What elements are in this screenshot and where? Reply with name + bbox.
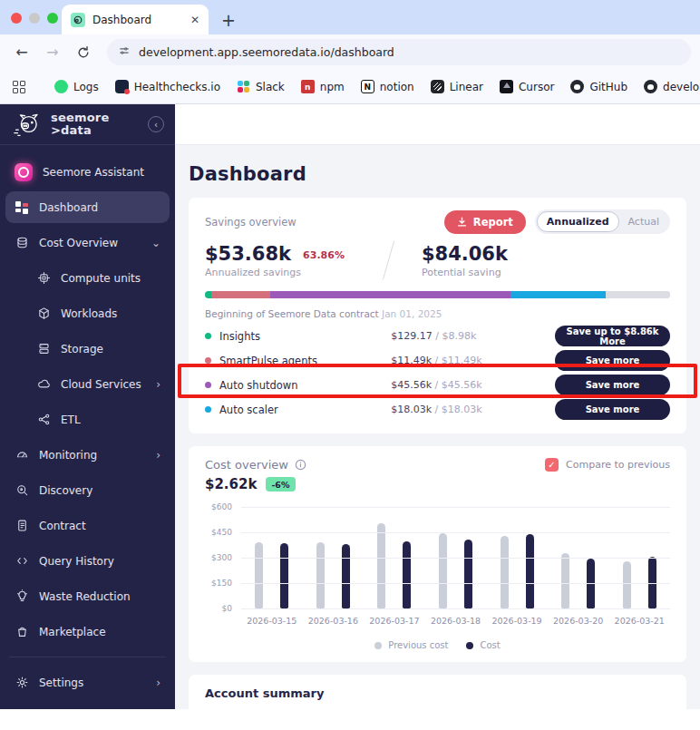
sidebar-item-workloads[interactable]: Workloads <box>5 297 170 329</box>
minimize-window-button[interactable] <box>29 13 40 24</box>
sidebar-item-label: Storage <box>61 343 103 355</box>
dashboard-content: Dashboard Savings overview Report Annual… <box>175 145 700 709</box>
etl-icon <box>36 413 51 426</box>
window-controls <box>11 13 58 24</box>
notion-icon: N <box>361 80 374 93</box>
sidebar-item-label: Monitoring <box>39 449 97 462</box>
sidebar-item-label: Cloud Services <box>61 378 141 391</box>
forward-button[interactable]: → <box>40 40 65 65</box>
sidebar-item-cloud-services[interactable]: Cloud Services› <box>5 368 170 400</box>
bar-cost[interactable] <box>403 541 411 608</box>
chevron-right-icon: › <box>156 676 160 689</box>
compare-checkbox[interactable]: ✓ <box>545 458 559 472</box>
sidebar-collapse-button[interactable]: ‹ <box>148 116 164 132</box>
savings-row-label: SmartPulse agents <box>219 355 317 367</box>
save-more-button[interactable]: Save more <box>555 350 670 371</box>
sidebar-item-marketplace[interactable]: Marketplace <box>5 616 170 647</box>
new-tab-button[interactable]: + <box>221 12 236 29</box>
sidebar-item-waste-reduction[interactable]: Waste Reduction <box>5 580 170 612</box>
bookmarks-bar: LogsHealthchecks.ioSlacknnpmNnotionLinea… <box>0 70 700 104</box>
github-icon <box>570 80 584 93</box>
info-icon[interactable] <box>295 459 306 471</box>
sidebar-item-monitoring[interactable]: Monitoring› <box>5 439 170 471</box>
sidebar-item-label: Workloads <box>61 307 117 320</box>
site-settings-icon[interactable] <box>118 44 131 61</box>
sidebar: seemore >data ‹ Seemore AssistantDashboa… <box>0 104 175 709</box>
bookmark-linear[interactable]: Linear <box>425 77 489 96</box>
compute-icon <box>36 271 51 285</box>
legend-previous-cost[interactable]: Previous cost <box>374 640 448 650</box>
bookmark-developers[interactable]: developers <box>638 77 700 96</box>
annualized-savings-block: $53.68k 63.86% Annualized savings <box>205 243 345 278</box>
x-axis-label: 2026-03-17 <box>364 616 425 626</box>
x-axis-label: 2026-03-15 <box>241 616 303 626</box>
savings-row-amount: $18.03k / $18.03k <box>391 404 555 415</box>
bookmark-npm[interactable]: nnpm <box>296 77 350 96</box>
bar-cost[interactable] <box>342 544 350 608</box>
bar-cost[interactable] <box>464 540 472 608</box>
bar-previous-cost[interactable] <box>377 523 385 608</box>
bar-previous-cost[interactable] <box>623 561 631 608</box>
address-bar[interactable]: development.app.seemoredata.io/dashboard <box>107 39 691 65</box>
report-button[interactable]: Report <box>444 210 526 234</box>
bookmark-logs[interactable]: Logs <box>49 77 104 96</box>
bar-previous-cost[interactable] <box>255 542 263 608</box>
apps-grid-icon[interactable] <box>13 81 25 93</box>
sidebar-item-seemore-assistant[interactable]: Seemore Assistant <box>5 156 170 188</box>
save-more-button[interactable]: Save more <box>555 375 670 395</box>
bar-previous-cost[interactable] <box>316 542 325 608</box>
legend-cost[interactable]: Cost <box>466 640 500 650</box>
savings-progress-bar <box>205 291 670 298</box>
close-window-button[interactable] <box>11 13 22 24</box>
cloud-icon <box>36 377 51 391</box>
values-divider <box>383 241 394 280</box>
sidebar-item-etl[interactable]: ETL <box>5 404 170 435</box>
bookmark-cursor[interactable]: Cursor <box>494 77 559 96</box>
y-axis-tick: $0 <box>222 604 232 613</box>
annualized-savings-caption: Annualized savings <box>205 267 345 278</box>
sidebar-item-dashboard[interactable]: Dashboard <box>5 191 170 223</box>
toggle-annualized[interactable]: Annualized <box>537 211 619 232</box>
maximize-window-button[interactable] <box>47 13 58 24</box>
sidebar-item-cost-overview[interactable]: Cost Overview⌄ <box>5 227 170 258</box>
browser-tab[interactable]: Dashboard ✕ <box>62 5 209 34</box>
bookmark-github[interactable]: GitHub <box>565 77 633 96</box>
gridline <box>241 583 670 584</box>
url-text: development.app.seemoredata.io/dashboard <box>139 45 394 59</box>
potential-saving-value: $84.06k <box>422 243 508 265</box>
back-button[interactable]: ← <box>9 40 34 65</box>
sidebar-item-label: Waste Reduction <box>39 590 131 603</box>
save-more-button[interactable]: Save more <box>555 399 670 420</box>
discovery-icon <box>15 483 29 497</box>
linear-icon <box>431 80 444 93</box>
toggle-actual[interactable]: Actual <box>619 211 668 232</box>
sidebar-item-label: Cost Overview <box>39 237 118 249</box>
workloads-icon <box>36 307 51 320</box>
sidebar-item-settings[interactable]: Settings› <box>5 667 170 698</box>
sidebar-item-contract[interactable]: Contract <box>5 510 170 541</box>
sidebar-item-storage[interactable]: Storage <box>5 333 170 365</box>
series-dot <box>205 333 211 339</box>
logs-icon <box>54 80 68 93</box>
save-more-button[interactable]: Save up to $8.86k More <box>555 326 670 346</box>
bar-cost[interactable] <box>280 543 288 608</box>
bookmark-slack[interactable]: Slack <box>231 77 290 96</box>
sidebar-item-discovery[interactable]: Discovery <box>5 474 170 506</box>
account-summary-card: Account summary Account name↕Edition↕Tag… <box>189 675 686 709</box>
cost-bar-chart: $600$450$300$150$0 2026-03-152026-03-162… <box>205 507 670 650</box>
tab-close-icon[interactable]: ✕ <box>190 14 199 26</box>
savings-row-auto-scaler: Auto scaler$18.03k / $18.03kSave more <box>205 397 670 422</box>
bar-previous-cost[interactable] <box>501 536 509 608</box>
reload-button[interactable] <box>71 40 96 65</box>
bookmark-healthchecks-io[interactable]: Healthchecks.io <box>110 77 226 96</box>
sidebar-item-query-history[interactable]: Query History <box>5 545 170 577</box>
sidebar-item-compute-units[interactable]: Compute units <box>5 262 170 294</box>
bar-cost[interactable] <box>526 534 534 608</box>
bar-previous-cost[interactable] <box>561 553 569 608</box>
bookmark-notion[interactable]: Nnotion <box>355 77 420 96</box>
series-dot <box>205 406 211 413</box>
x-axis-label: 2026-03-21 <box>608 616 670 626</box>
sidebar-item-label: Seemore Assistant <box>43 166 144 179</box>
bar-previous-cost[interactable] <box>439 533 447 608</box>
marketplace-icon <box>15 625 29 638</box>
